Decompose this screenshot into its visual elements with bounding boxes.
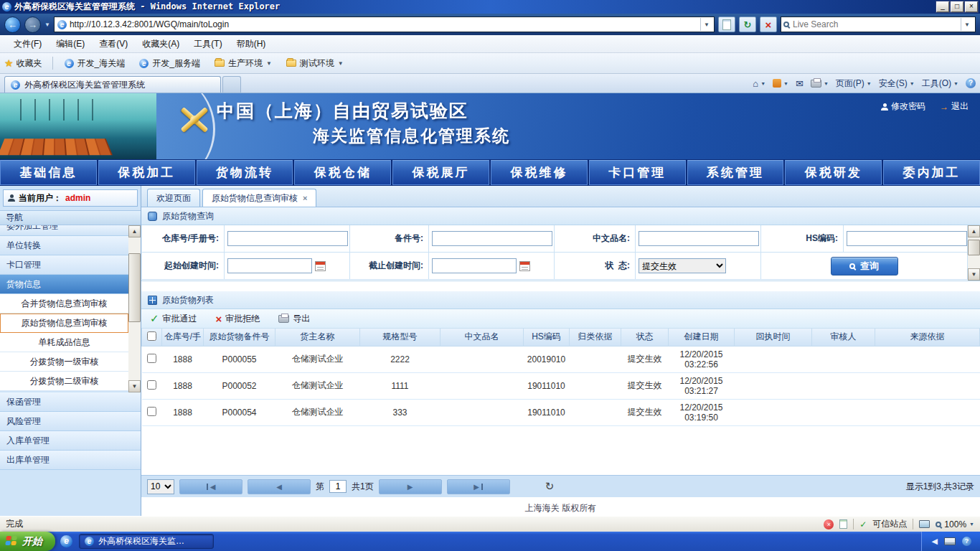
start-button[interactable]: 开始 [0, 532, 55, 551]
menu-file[interactable]: 文件(F) [7, 37, 48, 52]
favorite-folder-test[interactable]: 测试环境 ▼ [281, 55, 349, 72]
url-dropdown-icon[interactable]: ▼ [700, 18, 712, 31]
part-input[interactable] [432, 231, 552, 246]
home-button[interactable]: ⌂▼ [753, 78, 765, 89]
nav-item-bonded-rd[interactable]: 保税研发 [785, 160, 882, 185]
sidebar-item-unit-consumption[interactable]: 单耗成品信息 [0, 333, 128, 352]
export-button[interactable]: 导出 [278, 313, 310, 325]
nav-item-cargo-flow[interactable]: 货物流转 [197, 160, 293, 185]
tray-collapse-icon[interactable]: ◀ [932, 537, 938, 546]
scroll-up-icon[interactable]: ▲ [968, 225, 980, 237]
sidebar-item-outbound-orders[interactable]: 出库单管理 [0, 451, 141, 470]
taskbar-task-button[interactable]: e 外高桥保税区海关监… [79, 534, 214, 549]
scroll-down-icon[interactable]: ▼ [968, 268, 980, 281]
new-tab-button[interactable] [222, 76, 241, 93]
favorites-label[interactable]: 收藏夹 [17, 57, 47, 70]
sidebar-item-guarantee[interactable]: 保函管理 [0, 392, 141, 412]
help-button[interactable]: ? [966, 78, 976, 88]
part-no-link[interactable]: P000054 [204, 399, 275, 425]
refresh-list-icon[interactable]: ↻ [545, 480, 555, 493]
nav-item-bonded-repair[interactable]: 保税维修 [491, 160, 588, 185]
browser-tab[interactable]: e 外高桥保税区海关监管管理系统 [4, 76, 221, 93]
page-size-select[interactable]: 10 [147, 479, 174, 494]
start-time-input[interactable] [227, 258, 312, 273]
status-select[interactable]: 提交生效 [639, 258, 726, 273]
nav-item-bonded-processing[interactable]: 保税加工 [98, 160, 195, 185]
favorites-star-icon[interactable]: ★ [4, 57, 14, 69]
query-scrollbar[interactable]: ▲ ▼ [968, 225, 980, 281]
table-row[interactable]: 1888 P000052 仓储测试企业 1111 19011010 提交生效 1… [142, 372, 980, 399]
scroll-down-icon[interactable]: ▼ [128, 380, 141, 392]
table-row[interactable]: 1888 P000054 仓储测试企业 333 19011010 提交生效 12… [142, 399, 980, 425]
history-dropdown-icon[interactable]: ▼ [44, 22, 50, 28]
first-page-button[interactable]: ◀ [179, 479, 242, 494]
url-input[interactable] [70, 19, 697, 29]
sidebar-item-merged-cargo-review[interactable]: 合并货物信息查询审核 [0, 294, 128, 314]
scrollbar-thumb[interactable] [968, 240, 980, 255]
scroll-up-icon[interactable]: ▲ [128, 225, 141, 237]
end-time-input[interactable] [432, 258, 517, 273]
favorite-item-dev-customs[interactable]: e 开发_海关端 [59, 55, 131, 72]
minimize-button[interactable]: _ [936, 1, 949, 12]
search-input[interactable] [793, 19, 957, 29]
nav-item-system-management[interactable]: 系统管理 [687, 160, 784, 185]
sidebar-item-risk[interactable]: 风险管理 [0, 412, 141, 431]
zoom-control[interactable]: 100% ▼ [936, 519, 974, 529]
warehouse-input[interactable] [227, 231, 348, 246]
sidebar-item-cargo-info[interactable]: 货物信息 [0, 275, 128, 294]
sidebar-item-gate-management[interactable]: 卡口管理 [0, 255, 128, 275]
refresh-button[interactable]: ↻ [739, 17, 756, 32]
nav-item-basic-info[interactable]: 基础信息 [0, 160, 97, 185]
sidebar-item-distribution-level1[interactable]: 分拨货物一级审核 [0, 352, 128, 372]
nav-item-bonded-exhibition[interactable]: 保税展厅 [392, 160, 489, 185]
tools-menu[interactable]: 工具(O)▼ [922, 77, 958, 90]
cn-name-input[interactable] [639, 231, 759, 246]
calendar-icon[interactable] [519, 261, 530, 271]
tray-help-icon[interactable]: ? [962, 537, 971, 546]
sidebar-scrollbar[interactable]: ▲ ▼ [128, 225, 141, 392]
tab-original-cargo-review[interactable]: 原始货物信息查询审核 × [202, 189, 316, 207]
nav-item-commissioned-processing[interactable]: 委内加工 [883, 160, 980, 185]
calendar-icon[interactable] [315, 261, 326, 271]
menu-favorites[interactable]: 收藏夹(A) [136, 37, 186, 52]
last-page-button[interactable]: ▶ [447, 479, 510, 494]
row-checkbox[interactable] [147, 407, 156, 416]
change-password-link[interactable]: 修改密码 [881, 100, 925, 113]
search-dropdown-icon[interactable]: ▼ [961, 18, 973, 31]
sidebar-item-outsourcing[interactable]: 委外加工管理 [0, 225, 128, 236]
tab-close-icon[interactable]: × [303, 194, 307, 202]
row-checkbox[interactable] [147, 380, 156, 390]
forward-button[interactable]: → [24, 17, 41, 33]
back-button[interactable]: ← [4, 17, 21, 33]
menu-edit[interactable]: 编辑(E) [50, 37, 91, 52]
prev-page-button[interactable]: ◀ [248, 479, 311, 494]
sidebar-item-inbound-orders[interactable]: 入库单管理 [0, 431, 141, 451]
page-number-input[interactable] [329, 480, 347, 493]
input-method-icon[interactable] [944, 537, 956, 545]
favorite-folder-production[interactable]: 生产环境 ▼ [209, 55, 278, 72]
maximize-button[interactable]: □ [951, 1, 963, 12]
print-button[interactable]: ▼ [811, 80, 829, 88]
go-button[interactable] [718, 17, 735, 32]
logout-link[interactable]: → 退出 [940, 100, 969, 113]
mail-button[interactable]: ✉ [796, 78, 804, 89]
sidebar-item-unit-conversion[interactable]: 单位转换 [0, 236, 128, 255]
menu-tools[interactable]: 工具(T) [187, 37, 228, 52]
menu-help[interactable]: 帮助(H) [230, 37, 273, 52]
select-all-checkbox[interactable] [147, 331, 156, 341]
row-checkbox[interactable] [147, 354, 156, 363]
scrollbar-thumb[interactable] [128, 253, 141, 322]
reject-button[interactable]: × 审批拒绝 [216, 313, 260, 325]
hs-code-input[interactable] [847, 231, 967, 246]
sidebar-item-distribution-level2[interactable]: 分拨货物二级审核 [0, 372, 128, 391]
close-button[interactable]: × [965, 1, 978, 12]
safety-menu[interactable]: 安全(S)▼ [879, 77, 915, 90]
part-no-link[interactable]: P000055 [204, 346, 275, 372]
ie-quicklaunch-icon[interactable]: e [60, 535, 72, 547]
query-button[interactable]: 查询 [831, 257, 898, 276]
approve-button[interactable]: ✓ 审批通过 [150, 312, 197, 325]
next-page-button[interactable]: ▶ [379, 479, 442, 494]
sidebar-item-original-cargo-review[interactable]: 原始货物信息查询审核 [0, 314, 128, 333]
part-no-link[interactable]: P000052 [204, 372, 275, 399]
page-menu[interactable]: 页面(P)▼ [836, 77, 872, 90]
